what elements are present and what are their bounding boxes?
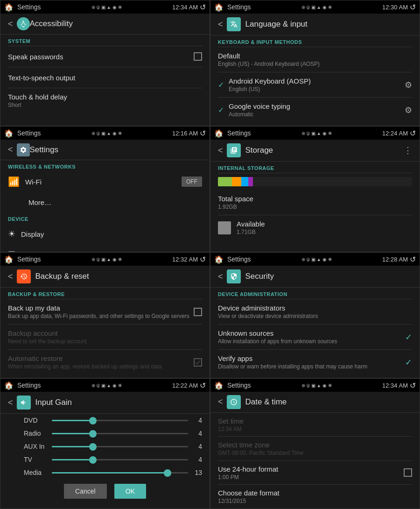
verify-apps-item[interactable]: Verify apps Disallow or warn before inst… [210,350,420,375]
home-icon-4[interactable]: 🏠 [214,129,224,138]
auxin-slider-thumb[interactable] [89,443,97,451]
backup-data-subtitle: Back up app data, Wi-Fi passwords, and o… [8,313,194,319]
tv-slider-value: 4 [193,456,202,463]
24hour-item[interactable]: Use 24-hour format 1:00 PM [210,461,420,485]
more-item[interactable]: More… [0,192,210,212]
auxin-label: AUX In [24,443,47,450]
date-format-title: Choose date format [218,489,412,497]
auxin-slider-track[interactable] [52,446,188,447]
statusbar-title-6: Settings [227,255,251,263]
set-time-item: Set time 12:34 AM [210,413,420,437]
wireless-panel: 🏠 Settings ⊕ ψ ▣ ▲ ◉ ❋ 12:16 AM ↺ < Sett… [0,126,210,252]
backup-data-checkbox[interactable] [194,308,202,316]
back-arrow-2[interactable]: < [218,20,223,29]
home-icon-7[interactable]: 🏠 [4,381,14,390]
wifi-toggle[interactable]: OFF [182,177,202,187]
radio-slider-fill [52,433,93,434]
storage-menu-dots[interactable]: ⋮ [404,145,412,156]
verify-apps-check[interactable]: ✓ [405,357,412,368]
backup-icon [17,269,31,283]
back-button-3[interactable]: ↺ [200,129,206,138]
statusbar-icons-7: ⊕ ψ ▣ ▲ ◉ ❋ [91,383,122,388]
home-icon-8[interactable]: 🏠 [214,381,224,390]
radio-label: Radio [24,430,47,437]
media-slider-track[interactable] [52,472,188,474]
media-slider-row: Media 13 [0,466,210,479]
back-arrow-7[interactable]: < [8,398,13,408]
display-item[interactable]: ☀ Display [0,224,210,244]
backup-data-item[interactable]: Back up my data Back up app data, Wi-Fi … [0,299,210,324]
touch-hold-item[interactable]: Touch & hold delay Short [0,88,210,113]
radio-slider-track[interactable] [52,433,188,434]
statusbar-icons-2: ⊕ ψ ▣ ▲ ◉ ❋ [301,5,332,10]
back-arrow-6[interactable]: < [218,272,223,282]
back-button-4[interactable]: ↺ [410,129,416,138]
ok-button[interactable]: OK [114,484,146,499]
tv-slider-thumb[interactable] [89,456,97,464]
back-button-5[interactable]: ↺ [200,255,206,264]
storage-panel: 🏠 Settings ⊕ ψ ▣ ▲ ◉ ❋ 12:24 AM ↺ < Stor… [210,126,420,252]
back-arrow-8[interactable]: < [218,397,223,407]
backup-data-title: Back up my data [8,304,194,312]
unknown-sources-check[interactable]: ✓ [405,332,412,342]
backup-header: < Backup & reset [0,266,210,288]
home-icon[interactable]: 🏠 [4,3,14,12]
home-icon-6[interactable]: 🏠 [214,255,224,264]
device-admins-subtitle: View or deactivate device administrators [218,313,412,319]
speak-passwords-item[interactable]: Speak passwords [0,46,210,67]
inputgain-icon [17,396,31,410]
back-arrow-1[interactable]: < [8,19,13,29]
gvoice-tune-icon[interactable]: ⚙ [405,105,412,115]
tv-slider-track[interactable] [52,459,188,460]
back-arrow-3[interactable]: < [8,145,13,155]
available-value: 1.71GB [237,229,412,235]
cancel-button[interactable]: Cancel [64,484,107,499]
back-button-6[interactable]: ↺ [410,255,416,264]
wifi-title: Wi-Fi [25,178,182,186]
aosp-tune-icon[interactable]: ⚙ [405,80,412,90]
speak-passwords-checkbox[interactable] [194,52,202,61]
statusbar-icons-1: ⊕ ψ ▣ ▲ ◉ ❋ [91,5,122,10]
home-icon-2[interactable]: 🏠 [214,3,224,12]
tts-item[interactable]: Text-to-speech output [0,67,210,88]
date-format-item[interactable]: Choose date format 12/31/2015 [210,485,420,509]
touch-hold-subtitle: Short [8,102,202,108]
internal-storage-label: INTERNAL STORAGE [210,162,420,173]
dvd-slider-track[interactable] [52,420,188,421]
aosp-check-icon: ✓ [218,80,224,89]
storage-item-wireless[interactable]: ☰ Storage [0,244,210,252]
auto-restore-item: Automatic restore When reinstalling an a… [0,350,210,375]
aosp-keyboard-item[interactable]: ✓ Android Keyboard (AOSP) English (US) ⚙ [210,72,420,97]
radio-slider-thumb[interactable] [89,430,97,438]
statusbar-title-2: Settings [227,3,251,11]
media-slider-thumb[interactable] [164,469,171,477]
storage-title: Storage [245,146,273,155]
statusbar-title-8: Settings [227,382,251,389]
back-arrow-4[interactable]: < [218,146,223,156]
home-icon-5[interactable]: 🏠 [4,255,14,264]
back-button-1[interactable]: ↺ [200,3,206,12]
24hour-checkbox[interactable] [404,468,412,477]
back-button-8[interactable]: ↺ [410,381,416,390]
storage-icon: ☰ [8,249,15,252]
media-slider-fill [52,472,168,474]
gvoice-item[interactable]: ✓ Google voice typing Automatic ⚙ [210,98,420,122]
back-button-7[interactable]: ↺ [200,381,206,390]
device-admin-section-label: DEVICE ADMINISTRATION [210,288,420,299]
language-header: < Language & input [210,14,420,35]
statusbar-time-6: 12:28 AM [382,256,408,263]
dvd-slider-thumb[interactable] [89,417,97,424]
backup-title: Backup & reset [35,272,89,281]
touch-hold-title: Touch & hold delay [8,93,202,101]
radio-slider-row: Radio 4 [0,427,210,440]
unknown-sources-subtitle: Allow installation of apps from unknown … [218,338,405,345]
storage-title-wireless: Storage [21,251,202,252]
home-icon-3[interactable]: 🏠 [4,129,14,138]
storage-usage-bar [218,177,412,186]
back-button-2[interactable]: ↺ [410,3,416,12]
back-arrow-5[interactable]: < [8,272,13,282]
device-admins-item[interactable]: Device administrators View or deactivate… [210,299,420,324]
unknown-sources-item[interactable]: Unknown sources Allow installation of ap… [210,325,420,349]
wifi-item[interactable]: 📶 Wi-Fi OFF [0,171,210,192]
default-keyboard-item[interactable]: Default English (US) - Android Keyboard … [210,47,420,72]
